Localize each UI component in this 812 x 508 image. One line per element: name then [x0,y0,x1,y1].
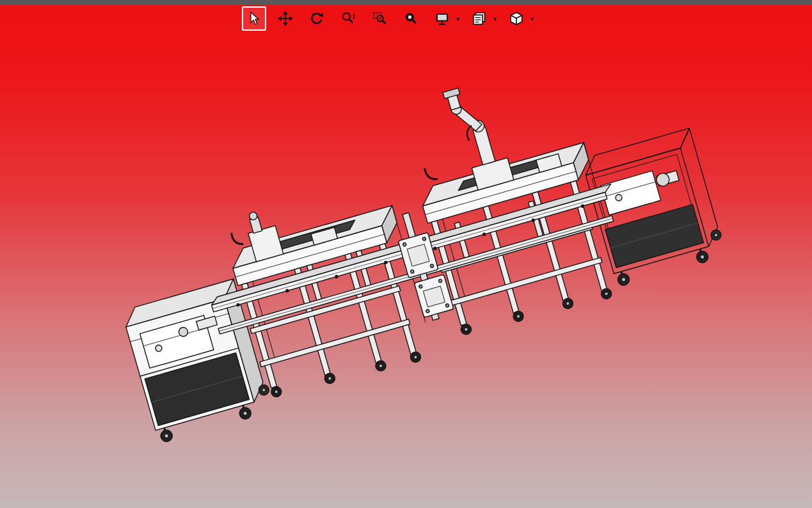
monitor-icon [434,11,450,26]
robot-arm [443,80,514,192]
cube-icon [509,11,524,26]
select-button[interactable] [242,6,266,31]
standard-views-dropdown-arrow-icon[interactable]: ▾ [493,15,497,22]
rotate-arrows-icon [309,11,324,26]
3d-viewport[interactable] [0,5,812,508]
rotate-button[interactable] [305,6,329,31]
machine-assembly-model [88,29,734,444]
sheet-views-icon [472,11,487,26]
view-toolbar: ▾▾▾ [242,6,541,31]
right-cart [581,128,727,287]
zoom-window-button[interactable] [367,6,392,31]
pan-arrows-icon [278,11,293,26]
magnifier-fit-icon [403,11,418,26]
window-top-bar [0,0,812,5]
magnifier-zoom-icon [340,11,356,26]
orientation-button[interactable] [504,6,529,31]
standard-views-button[interactable] [467,6,491,31]
pan-button[interactable] [273,6,298,31]
magnifier-window-icon [372,11,387,26]
display-mode-button[interactable] [430,6,454,31]
zoom-in-out-button[interactable] [336,6,360,31]
orientation-dropdown-arrow-icon[interactable]: ▾ [530,15,534,22]
zoom-fit-button[interactable] [399,6,423,31]
display-mode-dropdown-arrow-icon[interactable]: ▾ [456,15,459,22]
cursor-arrow-icon [246,11,262,26]
